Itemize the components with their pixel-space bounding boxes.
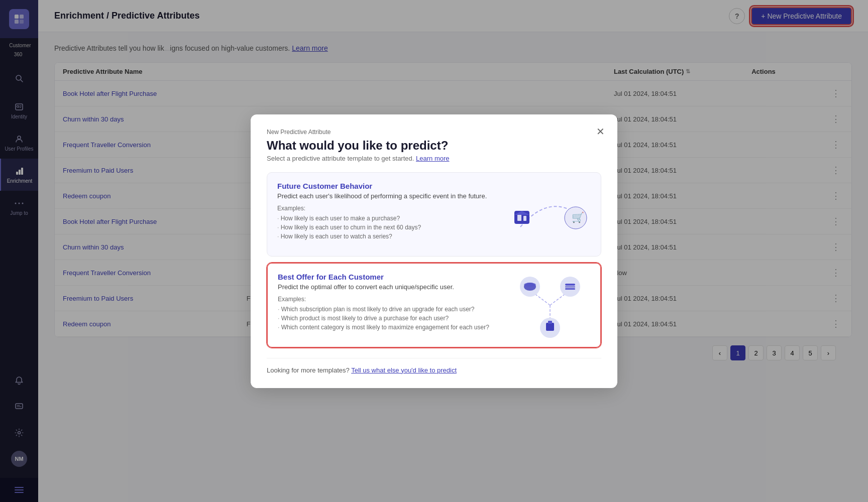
new-predictive-attribute-modal: ✕ New Predictive Attribute What would yo… <box>251 114 617 388</box>
modal-subtitle: Select a predictive attribute template t… <box>267 155 601 162</box>
svg-rect-23 <box>523 216 526 221</box>
example-item: How likely is each user to churn in the … <box>277 223 500 232</box>
template-card-content: Best Offer for Each Customer Predict the… <box>278 273 500 332</box>
template-card-content: Future Customer Behavior Predict each us… <box>277 182 500 241</box>
template-desc: Predict each user's likelihood of perfor… <box>277 192 500 200</box>
template-cards: Future Customer Behavior Predict each us… <box>267 172 601 348</box>
examples-label: Examples: <box>278 296 500 303</box>
svg-rect-22 <box>517 214 521 221</box>
modal-footer: Looking for more templates? Tell us what… <box>267 358 601 374</box>
template-card-future-behavior[interactable]: Future Customer Behavior Predict each us… <box>267 172 601 257</box>
svg-rect-33 <box>565 288 575 290</box>
example-item: How likely is each user to watch a serie… <box>277 232 500 241</box>
footer-link[interactable]: Tell us what else you'd like to predict <box>351 366 457 374</box>
example-item: Which subscription plan is most likely t… <box>278 305 500 314</box>
svg-text:🛒: 🛒 <box>572 211 584 223</box>
example-item: Which content category is most likely to… <box>278 323 500 332</box>
best-offer-illustration <box>510 273 590 338</box>
svg-point-29 <box>524 283 536 287</box>
svg-rect-35 <box>546 323 554 331</box>
modal-learn-more-link[interactable]: Learn more <box>416 155 449 162</box>
template-desc: Predict the optimal offer to convert eac… <box>278 283 500 291</box>
svg-rect-36 <box>548 321 552 324</box>
example-item: How likely is each user to make a purcha… <box>277 214 500 223</box>
template-title: Future Customer Behavior <box>277 182 500 190</box>
modal-close-button[interactable]: ✕ <box>593 124 607 139</box>
modal-overlay[interactable]: ✕ New Predictive Attribute What would yo… <box>0 0 868 502</box>
footer-text: Looking for more templates? <box>267 366 350 374</box>
modal-title: What would you like to predict? <box>267 139 601 153</box>
template-card-best-offer[interactable]: Best Offer for Each Customer Predict the… <box>267 263 601 348</box>
examples-label: Examples: <box>277 205 500 212</box>
example-item: Which product is most likely to drive a … <box>278 314 500 323</box>
modal-header-label: New Predictive Attribute <box>267 129 601 136</box>
svg-rect-32 <box>565 286 575 288</box>
template-examples-list: How likely is each user to make a purcha… <box>277 214 500 241</box>
template-examples-list: Which subscription plan is most likely t… <box>278 305 500 332</box>
future-behavior-illustration: 🛒 <box>510 182 591 247</box>
template-title: Best Offer for Each Customer <box>278 273 500 281</box>
svg-rect-31 <box>565 284 575 286</box>
